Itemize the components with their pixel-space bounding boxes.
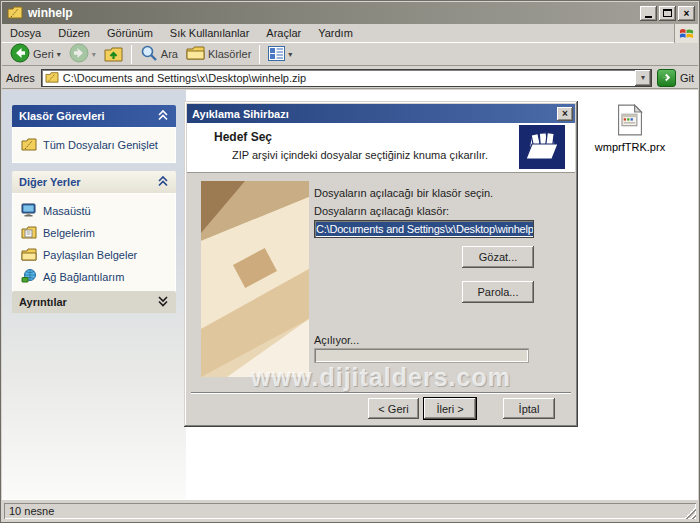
sidebar-item-label: Ağ Bağlantılarım [43,271,124,283]
panel-folder-tasks: Klasör Görevleri Tüm Dosyaları Genişlet [12,105,176,163]
menu-gorunum[interactable]: Görünüm [107,27,153,39]
panel-title: Ayrıntılar [19,296,67,308]
file-wmprftrk[interactable]: wmprfTRK.prx [588,104,672,153]
address-dropdown-button[interactable]: ▾ [635,70,651,86]
sidebar-item-network-places[interactable]: Ağ Bağlantılarım [19,266,169,288]
folders-label: Klasörler [208,48,251,60]
status-bar: 10 nesne [2,499,698,521]
panel-details: Ayrıntılar [12,291,176,313]
dialog-title: Ayıklama Sihirbazı [192,108,557,120]
destination-folder-input[interactable]: C:\Documents and Settings\x\Desktop\winh… [314,220,534,238]
resize-grip[interactable] [684,507,696,519]
window-title: winhelp [28,6,638,20]
sidebar-item-shared-documents[interactable]: Paylaşılan Belgeler [19,244,169,266]
extraction-wizard-dialog: Ayıklama Sihirbazı × Hedef Seç ZIP arşiv… [184,101,578,427]
back-label: Geri [33,48,54,60]
panel-folder-tasks-body: Tüm Dosyaları Genişlet [12,127,176,163]
forward-icon [69,43,89,65]
cancel-wizard-button[interactable]: İptal [503,398,555,419]
file-name-label: wmprfTRK.prx [595,141,665,153]
zip-folder-icon [21,137,37,153]
menu-bar: Dosya Düzen Görünüm Sık Kullanılanlar Ar… [2,24,698,43]
sidebar-item-desktop[interactable]: Masaüstü [19,200,169,222]
dialog-close-button[interactable]: × [557,107,573,121]
panel-title: Klasör Görevleri [19,110,105,122]
sidebar-item-label: Belgelerim [43,227,95,239]
menu-duzen[interactable]: Düzen [58,27,90,39]
my-documents-icon [21,225,37,241]
toolbar: Geri ▾ ▾ Ara Klasörler [2,43,698,66]
prx-file-icon [616,104,644,138]
extraction-progress-bar [314,348,529,363]
next-wizard-button[interactable]: İleri > [423,397,477,420]
forward-dropdown-icon[interactable]: ▾ [92,50,96,59]
desktop-icon [21,203,37,219]
sidebar-item-my-documents[interactable]: Belgelerim [19,222,169,244]
zip-folder-icon [7,5,23,21]
sidebar-item-label: Tüm Dosyaları Genişlet [43,139,158,151]
menu-sik-kullanilanlar[interactable]: Sık Kullanılanlar [170,27,250,39]
chevron-up-icon[interactable] [157,175,169,189]
explorer-window: winhelp × Dosya Düzen Görünüm Sık Kullan… [0,0,700,523]
folder-up-icon [104,45,123,64]
wizard-subheading: ZIP arşivi içindeki dosyalar seçtiğiniz … [232,149,488,161]
sidebar-item-label: Masaüstü [43,205,91,217]
chevron-down-icon[interactable] [157,295,169,309]
back-dropdown-icon[interactable]: ▾ [57,50,61,59]
browse-button[interactable]: Gözat... [462,246,534,268]
views-button[interactable]: ▾ [264,45,296,64]
panel-folder-tasks-header[interactable]: Klasör Görevleri [12,105,176,127]
minimize-button[interactable] [640,6,657,21]
address-bar: Adres C:\Documents and Settings\x\Deskto… [2,67,698,89]
wizard-heading: Hedef Seç [214,130,272,144]
password-button[interactable]: Parola... [462,281,534,303]
window-titlebar: winhelp × [2,2,698,24]
dialog-titlebar[interactable]: Ayıklama Sihirbazı × [187,104,575,123]
toolbar-separator [131,45,132,64]
panel-details-header[interactable]: Ayrıntılar [12,291,176,313]
search-button[interactable]: Ara [136,43,182,65]
dialog-header: Hedef Seç ZIP arşivi içindeki dosyalar s… [187,123,575,173]
folders-icon [186,45,205,63]
status-pane: 10 nesne [4,503,696,519]
chevron-up-icon[interactable] [157,109,169,123]
close-button[interactable]: × [678,6,695,21]
zip-folder-icon [45,71,59,85]
wizard-instruction: Dosyaların açılacağı bir klasör seçin. [314,187,493,199]
shared-documents-icon [21,247,37,263]
wizard-watermark-image [201,181,309,377]
back-button[interactable]: Geri ▾ [6,42,65,66]
panel-other-places-body: Masaüstü Belgelerim Paylaşılan Belgeler [12,193,176,295]
views-icon [268,46,285,63]
back-icon [10,43,30,65]
wizard-folder-label: Dosyaların açılacağı klasör: [314,205,449,217]
address-value: C:\Documents and Settings\x\Desktop\winh… [63,72,635,84]
views-dropdown-icon[interactable]: ▾ [288,50,292,59]
search-label: Ara [161,48,178,60]
go-button[interactable] [657,69,676,87]
forward-button[interactable]: ▾ [65,42,100,66]
panel-other-places: Diğer Yerler Masaüstü [12,171,176,295]
network-icon [21,269,37,285]
progress-label: Açılıyor... [314,334,359,346]
address-input[interactable]: C:\Documents and Settings\x\Desktop\winh… [41,69,652,87]
dialog-separator [191,392,571,394]
folders-button[interactable]: Klasörler [182,44,255,64]
menu-yardim[interactable]: Yardım [318,27,353,39]
windows-logo-icon [674,24,698,43]
panel-other-places-header[interactable]: Diğer Yerler [12,171,176,193]
task-pane-sidebar: Klasör Görevleri Tüm Dosyaları Genişlet [2,90,186,499]
toolbar-separator [259,45,260,64]
menu-dosya[interactable]: Dosya [10,27,41,39]
sidebar-item-extract-all[interactable]: Tüm Dosyaları Genişlet [19,134,169,156]
go-label[interactable]: Git [680,72,694,84]
sidebar-item-label: Paylaşılan Belgeler [43,249,137,261]
address-label: Adres [6,72,35,84]
up-button[interactable] [100,44,127,65]
maximize-button[interactable] [659,6,676,21]
site-watermark: www.dijitalders.com [184,363,578,392]
search-icon [140,44,158,64]
panel-title: Diğer Yerler [19,176,81,188]
menu-araclar[interactable]: Araçlar [266,27,301,39]
back-wizard-button[interactable]: < Geri [368,398,419,419]
